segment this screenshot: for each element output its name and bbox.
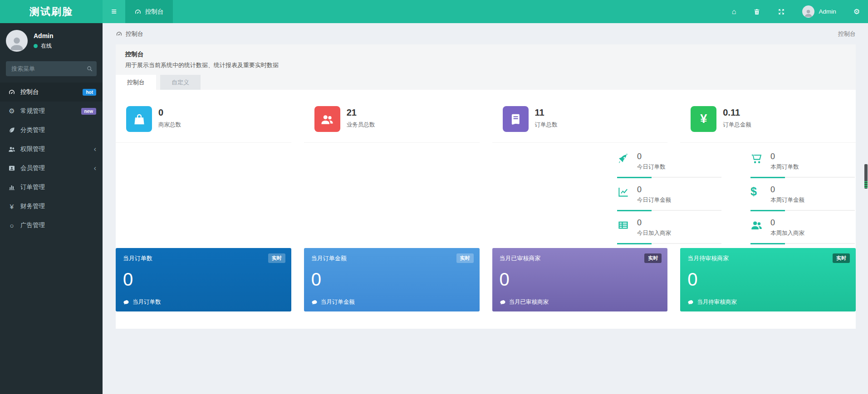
card-value: 0 [123, 270, 284, 288]
page-description: 用于展示当前系统中的统计数据、统计报表及重要实时数据 [125, 61, 846, 69]
user-menu[interactable]: Admin [802, 5, 836, 18]
sidebar-item-dashboard[interactable]: 控制台 hot [0, 83, 103, 102]
comment-icon [500, 299, 506, 306]
users-icon [750, 219, 768, 238]
table-icon [617, 219, 634, 238]
sidebar-menu: 控制台 hot ⚙ 常规管理 new 分类管理 权限管理 ‹ 会员管理 ‹ 订单… [0, 83, 103, 235]
breadcrumb: 控制台 控制台 [116, 23, 856, 44]
comment-icon [123, 299, 129, 306]
card-title: 当月已审核商家 [500, 254, 661, 263]
chevron-left-icon: ‹ [94, 146, 96, 153]
book-icon [503, 106, 529, 132]
app-logo: 测试刷脸 [0, 0, 103, 23]
rocket-icon [617, 152, 634, 171]
mini-stat-label: 今日订单数 [637, 163, 666, 171]
sidebar-item-label: 订单管理 [20, 183, 45, 191]
yen-icon: ¥ [691, 106, 716, 132]
yen-icon: ¥ [6, 203, 17, 210]
stat-order-total: 11 订单总数 [492, 106, 668, 143]
stat-label: 订单总数 [535, 121, 558, 129]
sidebar-item-general[interactable]: ⚙ 常规管理 new [0, 102, 103, 121]
mini-stat-week-merchants: 0 本周加入商家 [750, 219, 855, 244]
scrollbar-thumb-body [864, 164, 868, 181]
mini-stat-value: 0 [770, 185, 804, 195]
mini-stat-week-orders: 0 本周订单数 [750, 152, 855, 178]
user-name: Admin [34, 32, 54, 39]
breadcrumb-current[interactable]: 控制台 [116, 30, 143, 38]
sidebar-item-ad[interactable]: ○ 广告管理 [0, 216, 103, 235]
card-footer-label: 当月订单金额 [321, 298, 355, 306]
top-navbar: 测试刷脸 ≡ 控制台 ⌂ Admin ⚙ [0, 0, 868, 23]
mini-stat-label: 今日加入商家 [637, 229, 671, 237]
mini-stat-value: 0 [637, 219, 671, 228]
stats-row: 0 商家总数 21 业务员总数 11 订单总数 [116, 106, 856, 143]
card-title: 当月订单数 [123, 254, 284, 263]
sidebar-item-label: 控制台 [20, 88, 39, 96]
card-month-approved-merchants: 当月已审核商家 实时 0 当月已审核商家 [492, 248, 668, 311]
sidebar-item-auth[interactable]: 权限管理 ‹ [0, 140, 103, 159]
mini-stat-label: 本周加入商家 [770, 229, 804, 237]
mini-stat-value: 0 [637, 185, 671, 195]
search-input[interactable] [6, 61, 97, 76]
realtime-badge: 实时 [644, 253, 662, 263]
bar-chart-icon [6, 184, 17, 191]
vertical-scrollbar-thumb[interactable] [864, 164, 868, 189]
breadcrumb-label: 控制台 [126, 30, 143, 38]
stat-label: 订单总金额 [723, 121, 751, 129]
main-content: 控制台 控制台 控制台 用于展示当前系统中的统计数据、统计报表及重要实时数据 控… [103, 23, 868, 394]
chevron-left-icon: ‹ [94, 165, 96, 172]
users-icon [6, 146, 17, 153]
mini-stat-label: 本周订单数 [770, 163, 799, 171]
sidebar-item-member[interactable]: 会员管理 ‹ [0, 159, 103, 178]
dashboard-icon [6, 88, 17, 96]
mini-stats-grid: 0 今日订单数 0 本周订单数 0 [617, 152, 868, 244]
card-month-orders: 当月订单数 实时 0 当月订单数 [116, 248, 291, 311]
dollar-icon: $ [750, 185, 768, 204]
trash-icon[interactable] [753, 8, 760, 15]
nav-tab-label: 控制台 [145, 8, 164, 16]
stat-value: 0 [158, 107, 181, 118]
search-icon[interactable] [86, 65, 93, 72]
sidebar-item-finance[interactable]: ¥ 财务管理 [0, 197, 103, 216]
sidebar-item-label: 权限管理 [20, 145, 45, 153]
mini-stat-value: 0 [637, 152, 666, 161]
breadcrumb-trail: 控制台 [838, 30, 856, 38]
card-footer: 当月待审核商家 [687, 298, 737, 306]
panel-heading: 控制台 用于展示当前系统中的统计数据、统计报表及重要实时数据 [116, 44, 856, 75]
sidebar-item-order[interactable]: 订单管理 [0, 178, 103, 197]
card-footer-label: 当月已审核商家 [509, 298, 549, 306]
sidebar-user-panel: Admin 在线 [0, 23, 103, 58]
mini-stat-value: 0 [770, 219, 804, 228]
id-card-icon [6, 165, 17, 172]
sidebar-toggle-button[interactable]: ≡ [103, 0, 125, 23]
stat-order-amount-total: ¥ 0.11 订单总金额 [680, 106, 856, 143]
realtime-badge: 实时 [268, 253, 285, 263]
mini-stat-today-merchants: 0 今日加入商家 [617, 219, 721, 244]
online-dot-icon [34, 44, 38, 48]
nav-tab-dashboard[interactable]: 控制台 [125, 0, 173, 23]
sidebar-item-category[interactable]: 分类管理 [0, 121, 103, 140]
user-status: 在线 [34, 42, 54, 50]
circle-icon: ○ [6, 222, 17, 229]
comment-icon [687, 299, 694, 306]
stat-value: 11 [535, 107, 558, 118]
fullscreen-icon[interactable] [778, 8, 785, 15]
new-badge: new [81, 108, 96, 115]
page-title: 控制台 [125, 50, 846, 58]
tab-custom[interactable]: 自定义 [160, 75, 201, 90]
sidebar-item-label: 财务管理 [20, 202, 45, 210]
stat-merchant-total: 0 商家总数 [116, 106, 291, 143]
hamburger-icon: ≡ [111, 6, 117, 17]
mini-stat-week-amount: $ 0 本周订单金额 [750, 185, 855, 211]
stat-value: 21 [347, 107, 375, 118]
avatar [802, 5, 814, 18]
mini-stat-today-amount: 0 今日订单金额 [617, 185, 721, 211]
panel-body: 0 商家总数 21 业务员总数 11 订单总数 [116, 90, 856, 329]
card-value: 0 [687, 270, 848, 288]
card-footer: 当月已审核商家 [500, 298, 549, 306]
cogs-icon[interactable]: ⚙ [853, 7, 860, 16]
tab-dashboard[interactable]: 控制台 [116, 75, 156, 90]
leaf-icon [6, 126, 17, 134]
stat-label: 业务员总数 [347, 121, 375, 129]
home-icon[interactable]: ⌂ [732, 8, 736, 16]
